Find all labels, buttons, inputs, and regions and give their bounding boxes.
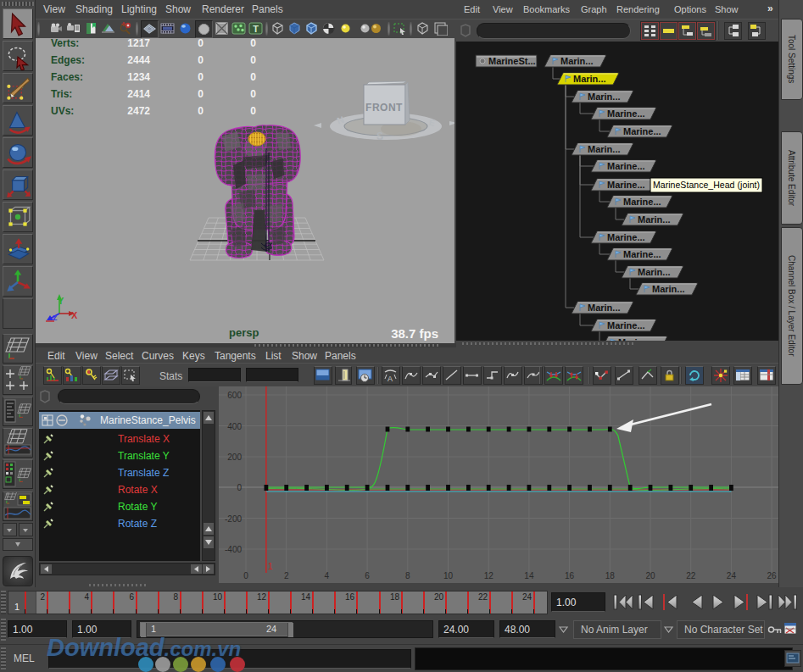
svg-text:UVs:: UVs: [51,105,74,117]
svg-text:200: 200 [227,453,242,462]
svg-text:0: 0 [198,105,204,117]
svg-text:-400: -400 [225,545,242,554]
svg-text:Marin...: Marin... [588,144,621,154]
svg-text:14: 14 [524,571,534,580]
svg-text:12: 12 [484,571,494,580]
svg-text:38.7 fps: 38.7 fps [391,326,438,341]
svg-text:-200: -200 [225,514,242,524]
svg-text:8: 8 [405,571,410,580]
svg-text:1234: 1234 [127,71,150,83]
svg-text:Marine...: Marine... [623,197,661,207]
svg-text:0: 0 [243,571,248,580]
svg-text:600: 600 [227,391,242,400]
svg-text:Marin...: Marin... [652,284,685,294]
svg-text:20: 20 [645,571,655,580]
svg-text:Marin...: Marin... [638,214,671,225]
svg-text:Marin...: Marin... [588,303,621,313]
svg-text:0: 0 [198,38,204,49]
svg-text:Marin...: Marin... [588,92,621,102]
svg-text:Marine...: Marine... [607,320,645,330]
svg-text:10: 10 [443,571,454,580]
svg-text:22: 22 [686,571,696,580]
svg-text:Marin...: Marin... [560,56,594,66]
svg-text:A: A [388,375,393,383]
svg-text:18: 18 [605,571,616,580]
svg-text:2: 2 [284,571,289,580]
svg-text:1: 1 [268,562,273,571]
svg-text:0: 0 [250,38,256,49]
svg-text:Marine...: Marine... [607,108,645,119]
svg-text:0: 0 [198,71,204,83]
svg-text:0: 0 [250,54,256,66]
svg-text:400: 400 [227,422,242,431]
svg-text:Marine...: Marine... [607,161,645,171]
svg-text:Marine...: Marine... [607,232,645,242]
svg-text:6: 6 [365,571,370,580]
svg-text:Marine...: Marine... [623,249,661,259]
svg-text:16: 16 [565,571,575,580]
svg-text:0: 0 [237,483,242,492]
svg-text:Tris:: Tris: [51,88,72,100]
svg-text:Marin...: Marin... [638,267,671,277]
svg-text:0: 0 [250,71,256,83]
svg-text:0: 0 [198,88,204,100]
svg-text:2444: 2444 [127,54,150,66]
svg-text:0: 0 [250,105,256,117]
svg-text:Edges:: Edges: [51,54,85,66]
svg-text:0: 0 [198,54,204,66]
svg-text:z: z [53,312,58,322]
svg-text:0: 0 [250,88,256,100]
svg-text:Faces:: Faces: [51,71,83,83]
svg-text:2472: 2472 [127,105,150,117]
svg-text:Y: Y [58,296,64,306]
svg-text:4: 4 [325,571,330,580]
svg-text:MarineStance_Head (joint): MarineStance_Head (joint) [653,180,760,190]
svg-text:T: T [253,24,259,34]
svg-text:24: 24 [727,571,737,580]
svg-text:MarineSt...: MarineSt... [488,56,536,66]
svg-text:persp: persp [229,326,259,339]
svg-text:Marine...: Marine... [623,126,661,136]
svg-text:S: S [376,131,383,142]
svg-text:FRONT: FRONT [365,102,403,114]
svg-text:X: X [71,310,78,320]
svg-text:1217: 1217 [127,38,150,49]
svg-text:26: 26 [767,571,778,580]
svg-text:Marine...: Marine... [618,337,656,341]
svg-text:Marine...: Marine... [607,180,645,190]
svg-text:Marin...: Marin... [573,74,606,84]
svg-text:Verts:: Verts: [51,38,79,49]
svg-text:2414: 2414 [127,88,150,100]
